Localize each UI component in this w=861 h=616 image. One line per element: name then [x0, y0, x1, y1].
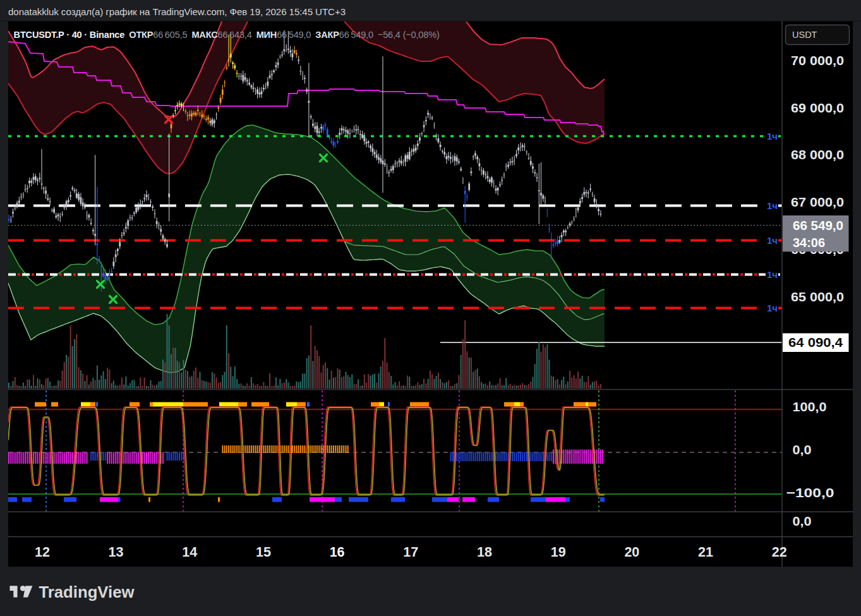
svg-text:65 000,0: 65 000,0 — [791, 290, 844, 304]
svg-text:1ч: 1ч — [767, 235, 778, 246]
svg-text:34:06: 34:06 — [793, 236, 825, 250]
svg-text:1ч: 1ч — [767, 303, 778, 313]
svg-text:69 000,0: 69 000,0 — [791, 101, 844, 115]
svg-text:21: 21 — [698, 545, 713, 560]
svg-text:16: 16 — [330, 545, 345, 560]
svg-text:12: 12 — [35, 545, 50, 560]
svg-text:BTCUSDT.P · 40 · Binance ОТКР6: BTCUSDT.P · 40 · Binance ОТКР66 605,5 МА… — [14, 29, 440, 40]
svg-text:68 000,0: 68 000,0 — [791, 148, 844, 162]
svg-text:1ч: 1ч — [767, 200, 778, 211]
svg-text:64 090,4: 64 090,4 — [788, 335, 843, 349]
svg-text:donatakkluk создал(а) график н: donatakkluk создал(а) график на TradingV… — [8, 6, 346, 17]
svg-text:70 000,0: 70 000,0 — [791, 54, 844, 68]
svg-text:66 549,0: 66 549,0 — [793, 219, 843, 233]
svg-text:100,0: 100,0 — [793, 400, 827, 414]
svg-text:20: 20 — [624, 545, 639, 560]
svg-text:19: 19 — [551, 545, 566, 560]
svg-text:TradingView: TradingView — [39, 583, 135, 601]
svg-text:USDT: USDT — [792, 30, 817, 40]
svg-text:14: 14 — [182, 545, 197, 560]
svg-text:17: 17 — [403, 545, 418, 560]
svg-text:−100,0: −100,0 — [786, 486, 834, 500]
svg-text:0,0: 0,0 — [793, 514, 812, 528]
svg-text:1ч: 1ч — [767, 131, 778, 142]
svg-text:15: 15 — [256, 545, 271, 560]
svg-text:22: 22 — [772, 545, 787, 560]
svg-text:1ч: 1ч — [767, 269, 778, 280]
svg-text:13: 13 — [109, 545, 124, 560]
svg-text:67 000,0: 67 000,0 — [791, 195, 844, 209]
svg-text:0,0: 0,0 — [793, 443, 812, 457]
svg-text:18: 18 — [477, 545, 492, 560]
